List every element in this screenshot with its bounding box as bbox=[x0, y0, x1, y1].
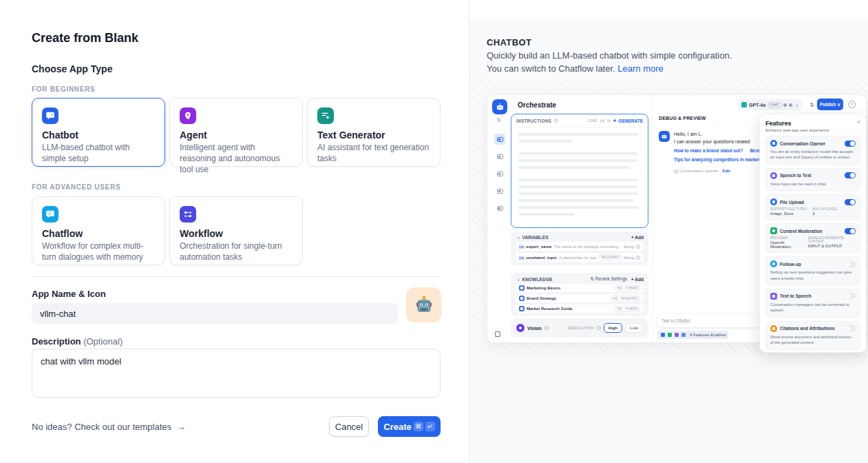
debug-preview-title: DEBUG & PREVIEW bbox=[659, 116, 706, 121]
variable-name: expert_name bbox=[526, 245, 551, 249]
mini-nav-orchestrate-icon bbox=[494, 134, 505, 145]
app-name-input[interactable] bbox=[32, 303, 398, 324]
mini-collapse-icon bbox=[495, 331, 500, 337]
dataset-name: Brand Strategy bbox=[527, 296, 608, 300]
variable-tag-icon: (x) bbox=[519, 256, 524, 260]
create-button-label: Create bbox=[383, 422, 411, 432]
feature-name: Text to Speech bbox=[780, 294, 842, 298]
cancel-button[interactable]: Cancel bbox=[329, 416, 369, 437]
app-type-card-chatbot[interactable]: Chatbot LLM-based chatbot with simple se… bbox=[32, 98, 165, 167]
for-advanced-users-label: FOR ADVANCED USERS bbox=[32, 183, 120, 191]
arrow-right-icon: → bbox=[177, 422, 186, 432]
app-type-card-workflow[interactable]: Workflow Orchestration for single-turn a… bbox=[169, 196, 303, 265]
learn-more-link[interactable]: Learn more bbox=[617, 63, 663, 74]
speech-to-text-icon bbox=[770, 172, 777, 179]
text-to-speech-icon bbox=[770, 293, 777, 300]
feature-desc: You are an entity extraction model that … bbox=[770, 149, 856, 161]
mini-vision-row: Vision i RESOLUTION i High Low bbox=[511, 318, 648, 338]
dataset-name: Marketing Basics bbox=[527, 286, 613, 290]
app-type-card-text-generator[interactable]: Text Generator AI assistant for text gen… bbox=[307, 98, 441, 167]
workflow-icon bbox=[180, 206, 196, 223]
conversation-opener-label: Conversation Opener bbox=[679, 169, 719, 173]
app-name-label: App Name & Icon bbox=[32, 289, 106, 299]
mini-variables-panel: ∨ VARIABLES + Add (x) expert_name The na… bbox=[511, 232, 648, 265]
robot-emoji-icon bbox=[413, 294, 435, 316]
mini-knowledge-row: Marketing Basics HQ · HYBRID bbox=[516, 284, 644, 292]
feature-item-text-to-speech: Text to Speech Conversation messages can… bbox=[765, 289, 860, 318]
feature-name: Citations and Attributions bbox=[780, 326, 842, 331]
message-line: I can answer your questions related bbox=[674, 138, 763, 146]
resolution-label: RESOLUTION bbox=[568, 326, 593, 330]
mini-char-count: 2182 bbox=[588, 119, 597, 123]
chevron-down-icon: ∨ bbox=[837, 102, 840, 107]
mini-params-icon bbox=[789, 103, 792, 107]
create-app-dialog: Create from Blank Choose App Type FOR BE… bbox=[0, 0, 868, 463]
mini-nav-logs-icon bbox=[494, 168, 505, 179]
mini-copy-icon: ⧉ bbox=[607, 119, 610, 123]
feature-name: Follow-up bbox=[780, 262, 842, 267]
variable-tag-icon: (x) bbox=[519, 245, 524, 249]
chevron-down-icon: ∨ bbox=[517, 235, 520, 240]
meta-value: Image, Docs bbox=[770, 212, 807, 216]
card-title: Text Generator bbox=[317, 130, 430, 141]
feature-desc: Show source document and attributed sect… bbox=[770, 334, 856, 346]
toggle-on bbox=[845, 172, 856, 178]
mini-add-knowledge: + Add bbox=[631, 277, 644, 282]
for-beginners-label: FOR BEGINNERS bbox=[32, 85, 95, 93]
follow-up-icon bbox=[770, 260, 777, 267]
features-enabled-count: 4 Features Enabled bbox=[690, 333, 726, 337]
mini-bot-message: Hello, I am L. I can answer your questio… bbox=[674, 131, 763, 163]
meta-value: INPUT & OUTPUT bbox=[808, 244, 856, 248]
variable-settings-icon: + bbox=[636, 256, 640, 260]
app-type-card-chatflow[interactable]: Chatflow Workflow for complex multi-turn… bbox=[32, 196, 165, 265]
create-button[interactable]: Create ⌘ ↵ bbox=[378, 416, 441, 437]
description-textarea[interactable]: chat with vllm model bbox=[32, 349, 441, 398]
mini-knowledge-row: Market Research Guide HQ · HYBRID bbox=[516, 305, 644, 313]
features-title: Features bbox=[765, 120, 860, 127]
mini-switch-icon: ⇅ bbox=[496, 117, 501, 123]
preview-top-strip bbox=[469, 0, 868, 21]
variable-type: String bbox=[624, 245, 634, 249]
mini-knowledge-row: Brand Strategy HQ · INVERTED bbox=[516, 294, 644, 302]
card-description: AI assistant for text generation tasks bbox=[317, 143, 430, 165]
create-from-blank-panel: Create from Blank Choose App Type FOR BE… bbox=[0, 0, 469, 463]
dataset-mode-badge: HQ · INVERTED bbox=[611, 296, 640, 302]
preview-heading: CHATBOT bbox=[487, 37, 531, 48]
optional-hint: (Optional) bbox=[83, 336, 123, 347]
mini-knowledge-title: KNOWLEDGE bbox=[522, 277, 552, 282]
info-icon: i bbox=[544, 326, 549, 330]
feature-item-content-moderation: Content Moderation PROVIDER OpenAI Moder… bbox=[765, 223, 860, 253]
templates-link[interactable]: No ideas? Check out our templates → bbox=[32, 422, 186, 432]
meta-value: 3 bbox=[812, 212, 837, 216]
mini-add-variable: + Add bbox=[631, 235, 644, 240]
mini-debug-column: DEBUG & PREVIEW Hello, I am L. I can ans… bbox=[653, 95, 764, 342]
vision-label: Vision bbox=[527, 326, 542, 331]
meta-label: MAX UPLOADS bbox=[812, 207, 837, 211]
app-type-card-agent[interactable]: Agent Intelligent agent with reasoning a… bbox=[169, 98, 303, 167]
chevron-down-icon: ∨ bbox=[517, 277, 520, 282]
dataset-icon bbox=[519, 285, 525, 291]
variable-name: unrelated_topic bbox=[526, 256, 557, 260]
dataset-mode-badge: HQ · HYBRID bbox=[615, 306, 640, 312]
conversation-opener-row: o Conversation Opener Edit bbox=[674, 169, 730, 174]
file-upload-icon bbox=[770, 198, 777, 205]
feature-name: Speech to Text bbox=[780, 173, 842, 178]
content-moderation-icon bbox=[770, 227, 777, 234]
mini-publish-label: Publish bbox=[820, 102, 836, 107]
preview-description-text: Quickly build an LLM-based chatbot with … bbox=[487, 50, 732, 74]
mini-orchestrate-title: Orchestrate bbox=[518, 101, 556, 109]
feature-name: Conversation Opener bbox=[780, 141, 842, 146]
mini-instructions-title: INSTRUCTIONS bbox=[516, 119, 551, 123]
app-icon-picker[interactable] bbox=[406, 287, 441, 322]
card-title: Chatflow bbox=[42, 228, 155, 239]
dataset-icon bbox=[519, 306, 525, 311]
mini-nav-settings-icon bbox=[494, 203, 505, 214]
feature-mini-icon bbox=[660, 332, 666, 338]
mini-variable-row: (x) expert_name The name of the strategi… bbox=[516, 242, 644, 251]
toggle-off bbox=[845, 325, 856, 331]
card-title: Agent bbox=[180, 130, 293, 141]
citations-icon bbox=[770, 325, 777, 332]
mini-instructions-panel: INSTRUCTIONS i 2182 [x] ⧉ GENERATE bbox=[511, 114, 648, 228]
app-type-preview-panel: CHATBOT Quickly build an LLM-based chatb… bbox=[469, 0, 868, 463]
toggle-on bbox=[845, 199, 856, 205]
